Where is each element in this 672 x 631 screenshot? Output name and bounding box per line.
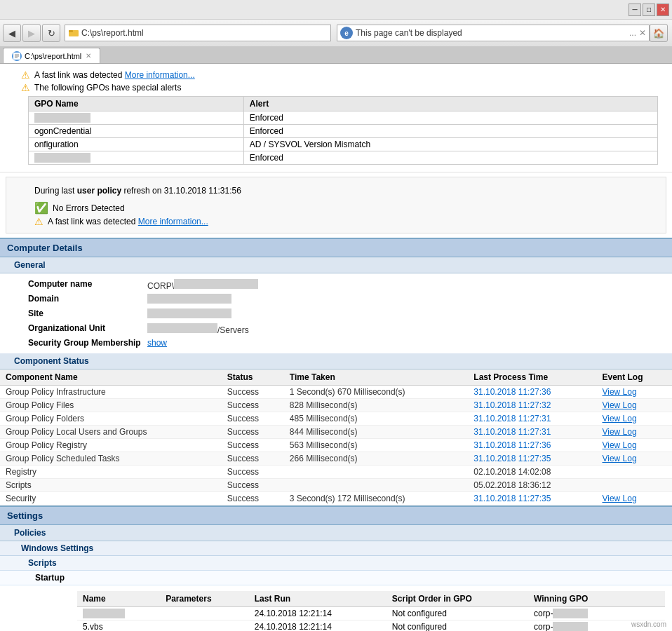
- startup-title: Startup: [35, 573, 65, 583]
- component-table-header-row: Component Name Status Time Taken Last Pr…: [0, 369, 672, 386]
- user-policy-prefix: During last: [34, 186, 74, 196]
- title-bar: ─ □ ✕: [0, 0, 672, 20]
- comp-header-last-time: Last Process Time: [468, 369, 596, 386]
- gpo-alert-row: ⚠ The following GPOs have special alerts: [21, 82, 665, 93]
- comp-last-time-3: 31.10.2018 11:27:31: [468, 426, 596, 439]
- comp-last-time-7: 05.02.2018 18:36:12: [468, 479, 596, 492]
- comp-name-4: Group Policy Registry: [0, 439, 222, 452]
- gpo-alerts-block: ⚠ A fast link was detected More informat…: [0, 64, 672, 172]
- comp-row-2: Group Policy Folders Success 485 Millise…: [0, 412, 672, 426]
- windows-settings-title: Windows Settings: [21, 543, 93, 553]
- comp-time-7: [284, 479, 468, 492]
- site-blurred: [147, 308, 231, 318]
- scripts-title: Scripts: [28, 558, 57, 568]
- startup-lastrun-1: 24.10.2018 12:21:14: [249, 620, 387, 632]
- user-policy-text: During last user policy refresh on 31.10…: [27, 182, 659, 200]
- gpo-alert-2: Enforced: [243, 125, 657, 138]
- show-link[interactable]: show: [147, 338, 167, 348]
- back-button[interactable]: ◀: [3, 24, 21, 42]
- startup-row-1: 5.vbs 24.10.2018 12:21:14 Not configured…: [77, 620, 665, 632]
- site-label: Site: [7, 308, 147, 320]
- browser-chrome: ─ □ ✕ ◀ ▶ ↻ C:\ps\report.html e This pag…: [0, 0, 672, 64]
- comp-log-4[interactable]: View Log: [596, 439, 672, 452]
- comp-last-time-4: 31.10.2018 11:27:36: [468, 439, 596, 452]
- comp-row-0: Group Policy Infrastructure Success 1 Se…: [0, 386, 672, 399]
- tab-report[interactable]: C:\ps\report.html ✕: [3, 48, 100, 63]
- gpo-alert-3: AD / SYSVOL Version Mismatch: [243, 138, 657, 151]
- comp-last-time-8: 31.10.2018 11:27:35: [468, 492, 596, 506]
- component-status-title: Component Status: [14, 356, 89, 366]
- comp-name-2: Group Policy Folders: [0, 412, 222, 426]
- gpo-row-2: ogonCredential Enforced: [29, 125, 658, 138]
- comp-status-2: Success: [222, 412, 284, 426]
- startup-name-header: Name: [77, 591, 160, 607]
- comp-row-5: Group Policy Scheduled Tasks Success 266…: [0, 452, 672, 466]
- general-title: General: [14, 260, 46, 270]
- comp-time-8: 3 Second(s) 172 Millisecond(s): [284, 492, 468, 506]
- fast-link-text: A fast link was detected: [34, 70, 122, 80]
- comp-row-6: Registry Success 02.10.2018 14:02:08: [0, 466, 672, 479]
- comp-name-5: Group Policy Scheduled Tasks: [0, 452, 222, 466]
- startup-params-1: [160, 620, 249, 632]
- comp-last-time-5: 31.10.2018 11:27:35: [468, 452, 596, 466]
- windows-settings-header: Windows Settings: [0, 541, 672, 556]
- startup-header-row: Name Parameters Last Run Script Order in…: [77, 591, 665, 607]
- ou-row: Organizational Unit /Servers: [7, 322, 665, 337]
- startup-gpo-0: corp-: [528, 607, 665, 620]
- more-info-link-2[interactable]: More information...: [138, 217, 208, 226]
- comp-status-4: Success: [222, 439, 284, 452]
- ou-blurred: [147, 323, 217, 333]
- ie-icon: e: [340, 27, 353, 39]
- computer-name-row: Computer name CORP\: [7, 278, 665, 292]
- comp-row-4: Group Policy Registry Success 563 Millis…: [0, 439, 672, 452]
- comp-log-8[interactable]: View Log: [596, 492, 672, 506]
- more-button[interactable]: ...: [629, 28, 636, 38]
- user-policy-suffix: refresh on 31.10.2018 11:31:56: [123, 186, 241, 196]
- forward-button[interactable]: ▶: [22, 24, 41, 42]
- more-info-link-1[interactable]: More information...: [125, 70, 195, 80]
- ou-value: /Servers: [147, 323, 665, 335]
- comp-log-5[interactable]: View Log: [596, 452, 672, 466]
- startup-header: Startup: [0, 571, 672, 585]
- startup-name-0: [77, 607, 160, 620]
- startup-name-1: 5.vbs: [77, 620, 160, 632]
- comp-header-time: Time Taken: [284, 369, 468, 386]
- gpo-alert-1: Enforced: [243, 111, 657, 125]
- comp-name-1: Group Policy Files: [0, 399, 222, 412]
- address-bar[interactable]: C:\ps\report.html: [65, 25, 331, 41]
- tab2-title: This page can't be displayed: [356, 28, 629, 38]
- gpo-table: GPO Name Alert Enforced ogonCredential E…: [28, 96, 658, 165]
- maximize-button[interactable]: □: [643, 4, 655, 16]
- comp-time-0: 1 Second(s) 670 Millisecond(s): [284, 386, 468, 399]
- comp-log-3[interactable]: View Log: [596, 426, 672, 439]
- gpo-row-1: Enforced: [29, 111, 658, 125]
- folder-icon: [68, 27, 79, 39]
- comp-log-2[interactable]: View Log: [596, 412, 672, 426]
- no-errors-row: ✅ No Errors Detected: [27, 201, 659, 215]
- gpo-alert-text: The following GPOs have special alerts: [34, 83, 181, 93]
- site-row: Site: [7, 307, 665, 322]
- comp-time-2: 485 Millisecond(s): [284, 412, 468, 426]
- ou-label: Organizational Unit: [7, 323, 147, 335]
- search-box[interactable]: e This page can't be displayed ... ✕: [337, 25, 650, 41]
- close-button[interactable]: ✕: [657, 4, 669, 16]
- comp-name-0: Group Policy Infrastructure: [0, 386, 222, 399]
- comp-row-7: Scripts Success 05.02.2018 18:36:12: [0, 479, 672, 492]
- startup-row-0: 24.10.2018 12:21:14 Not configured corp-: [77, 607, 665, 620]
- comp-status-3: Success: [222, 426, 284, 439]
- comp-status-0: Success: [222, 386, 284, 399]
- refresh-button[interactable]: ↻: [42, 24, 60, 42]
- tab1-close[interactable]: ✕: [86, 52, 91, 60]
- warning-icon-3: ⚠: [34, 216, 43, 227]
- comp-name-3: Group Policy Local Users and Groups: [0, 426, 222, 439]
- comp-row-8: Security Success 3 Second(s) 172 Millise…: [0, 492, 672, 506]
- component-table-container: Component Name Status Time Taken Last Pr…: [0, 369, 672, 506]
- comp-time-4: 563 Millisecond(s): [284, 439, 468, 452]
- gpo-name-header: GPO Name: [29, 97, 244, 111]
- minimize-button[interactable]: ─: [629, 4, 641, 16]
- comp-log-1[interactable]: View Log: [596, 399, 672, 412]
- fast-link-text-2: A fast link was detected: [48, 217, 135, 226]
- tab2-close[interactable]: ✕: [639, 28, 646, 38]
- comp-log-0[interactable]: View Log: [596, 386, 672, 399]
- home-button[interactable]: 🏠: [650, 24, 668, 42]
